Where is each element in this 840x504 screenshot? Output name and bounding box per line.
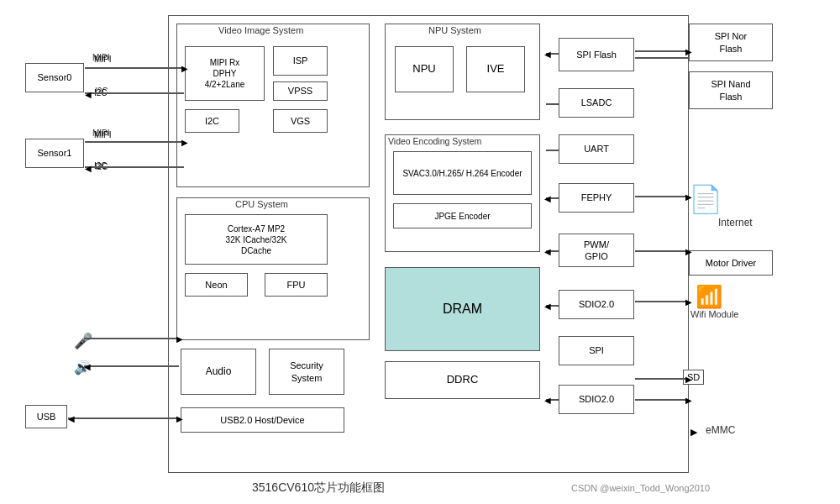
emmc-arrow: ▶ [690, 427, 697, 438]
ive-box: IVE [466, 46, 525, 92]
arrowhead-sdio2-left: ◀ [544, 396, 551, 405]
sensor1-box: Sensor1 [25, 139, 84, 168]
video-encoding-title: Video Encoding System [388, 136, 481, 146]
arrowhead-spi-nor: ▶ [685, 47, 692, 56]
sdio1-box: SDIO2.0 [559, 290, 634, 319]
motor-driver-box: Motor Driver [689, 250, 773, 276]
pwm-gpio-box: PWM/ GPIO [559, 234, 634, 267]
dram-box: DRAM [385, 267, 540, 351]
arrow-audio-out [84, 365, 179, 367]
arrowhead-sdio1-left: ◀ [544, 302, 551, 311]
npu-box: NPU [395, 46, 454, 92]
spi-nor-flash-box: SPI Nor Flash [689, 24, 773, 61]
cortex-box: Cortex-A7 MP2 32K ICache/32K DCache [185, 214, 328, 265]
arrow-spi-nor [635, 50, 688, 52]
arrowhead-fephy-left: ◀ [544, 194, 551, 203]
security-box: Security System [269, 349, 344, 395]
arrow-emmc [635, 399, 688, 401]
ddrc-box: DDRC [385, 361, 540, 399]
mipi-rx-box: MIPI Rx DPHY 4/2+2Lane [185, 46, 265, 101]
arrowhead-usb-back: ◀ [68, 414, 75, 423]
arrowhead-internet: ▶ [685, 192, 692, 202]
i2c-vi-box: I2C [185, 109, 239, 133]
jpge-box: JPGE Encoder [393, 203, 532, 228]
uart-box: UART [559, 134, 634, 164]
sensor0-box: Sensor0 [25, 63, 84, 92]
mipi1-label: MIPI [94, 130, 112, 139]
arrow-audio-in [84, 338, 179, 339]
arrow-sensor1-i2c [85, 166, 184, 168]
internet-icon: 📄 [689, 183, 722, 215]
npu-title: NPU System [428, 25, 481, 35]
arrowhead-motor: ▶ [685, 247, 692, 256]
arrow-sensor0-mipi [85, 67, 184, 69]
arrow-internet [635, 196, 688, 197]
mic-icon: 🎤 [74, 332, 92, 350]
arrowhead-audio-out: ◀ [84, 362, 91, 371]
audio-box: Audio [181, 349, 256, 395]
arrowhead-back2: ◀ [85, 164, 92, 173]
footer-subtitle: CSDN @weixin_Todd_Wong2010 [571, 483, 710, 493]
arrowhead-emmc: ▶ [685, 396, 692, 405]
emmc-label: eMMC [706, 424, 735, 436]
arrow-sensor1-mipi [85, 141, 184, 143]
video-image-title: Video Image System [218, 25, 303, 35]
cpu-title: CPU System [235, 199, 288, 209]
vgs-box: VGS [273, 109, 328, 133]
neon-box: Neon [185, 273, 248, 297]
fpu-box: FPU [265, 273, 328, 297]
arrowhead2: ▶ [181, 138, 188, 147]
arrowhead-wifi: ▶ [685, 297, 692, 307]
spi-nand-flash-box: SPI Nand Flash [689, 71, 773, 109]
arrowhead-audio-in: ▶ [176, 334, 183, 344]
wifi-icon: 📶 [696, 284, 722, 310]
spi-flash-box: SPI Flash [559, 38, 634, 71]
internet-label: Internet [718, 217, 753, 228]
mipi0-label: MIPI [94, 55, 112, 64]
arrow-motor [635, 250, 688, 252]
arrowhead-usb: ▶ [176, 414, 183, 423]
usb-box: USB [25, 405, 67, 428]
sdio2-box: SDIO2.0 [559, 385, 634, 414]
spi-box: SPI [559, 336, 634, 365]
svac-box: SVAC3.0/H.265/ H.264 Encoder [393, 151, 532, 195]
isp-box: ISP [273, 46, 328, 76]
footer-title: 3516CV610芯片功能框图 [252, 480, 385, 496]
arrowhead1: ▶ [181, 64, 188, 73]
arrow-usb [68, 417, 179, 419]
lsadc-box: LSADC [559, 88, 634, 118]
arrowhead-spi-flash-left: ◀ [544, 50, 551, 59]
arrowhead-back1: ◀ [85, 90, 92, 99]
wifi-label: Wifi Module [690, 309, 738, 319]
arrow-uart-left [546, 150, 559, 151]
arrowhead-pwm-left: ◀ [544, 247, 551, 256]
arrowhead-sd: ▶ [685, 375, 692, 384]
arrow-wifi [635, 301, 688, 302]
vpss-box: VPSS [273, 81, 328, 101]
diagram-container: Sensor0 Sensor1 USB 🎤 🔊 MIPI I2C MIPI I2… [0, 0, 840, 504]
fephy-box: FEPHY [559, 183, 634, 213]
arrow-sensor0-i2c [85, 92, 184, 94]
arrow-lsadc-left [546, 103, 559, 105]
arrow-spi-nand [635, 57, 688, 59]
usb2-box: USB2.0 Host/Device [181, 407, 344, 433]
arrow-sd [635, 378, 688, 380]
